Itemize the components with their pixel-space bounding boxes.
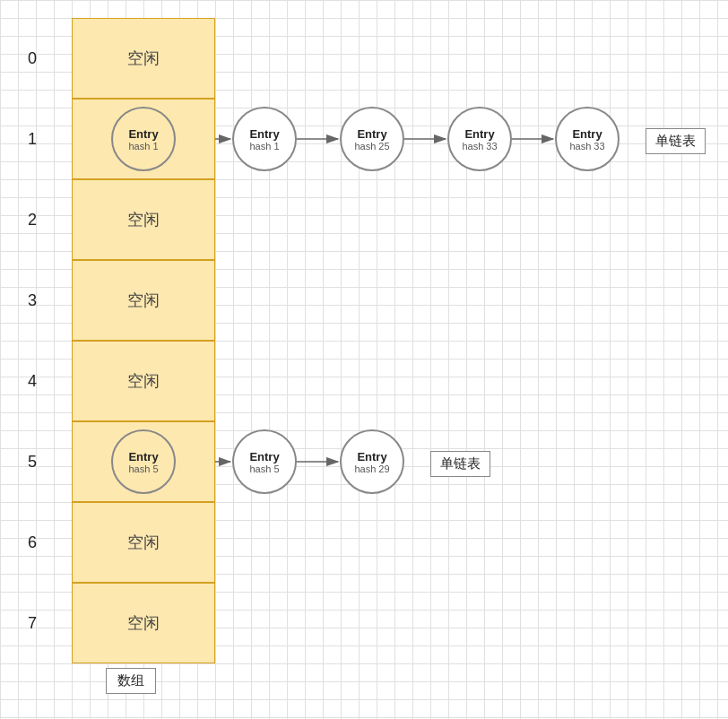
- row-index-0: 0: [28, 49, 37, 68]
- array-cell-7: 7 空闲: [72, 583, 215, 663]
- chain1-node4-hash: hash 33: [569, 141, 604, 152]
- array-cell-1: 1 Entry hash 1: [72, 99, 215, 179]
- array-entry-circle-5: Entry hash 5: [111, 429, 176, 494]
- chain1-node1-entry: Entry: [249, 127, 279, 141]
- row-index-7: 7: [28, 614, 37, 633]
- array-label: 数组: [106, 668, 156, 694]
- chain2-node-2: Entry hash 29: [340, 429, 404, 494]
- array-cell-2: 2 空闲: [72, 179, 215, 260]
- chain2-node2-entry: Entry: [357, 450, 386, 463]
- cell-label-7: 空闲: [127, 612, 160, 634]
- chain1-label: 单链表: [646, 128, 706, 154]
- row-index-4: 4: [28, 372, 37, 391]
- chain1-node-2: Entry hash 25: [340, 107, 404, 171]
- chain2-node1-entry: Entry: [249, 450, 279, 463]
- cell-label-2: 空闲: [127, 209, 160, 230]
- chain2-node1-hash: hash 5: [249, 463, 279, 474]
- row-index-5: 5: [28, 453, 37, 472]
- chain2-label: 单链表: [430, 451, 490, 477]
- cell-label-6: 空闲: [127, 532, 160, 553]
- array-entry-label-1: Entry: [128, 127, 158, 141]
- chain1-node3-entry: Entry: [464, 127, 494, 141]
- array-entry-circle-1: Entry hash 1: [111, 107, 176, 171]
- cell-label-0: 空闲: [127, 48, 160, 69]
- array-hash-label-1: hash 1: [128, 141, 158, 152]
- chain1-node-3: Entry hash 33: [447, 107, 512, 171]
- row-index-2: 2: [28, 211, 37, 230]
- chain1-node4-entry: Entry: [572, 127, 602, 141]
- row-index-3: 3: [28, 291, 37, 310]
- array-cell-5: 5 Entry hash 5: [72, 421, 215, 502]
- chain1-node1-hash: hash 1: [249, 141, 279, 152]
- main-container: 0 空闲 1 Entry hash 1 2 空闲 3 空闲 4 空闲 5: [0, 0, 728, 719]
- array-cell-6: 6 空闲: [72, 502, 215, 583]
- chain1-node2-hash: hash 25: [354, 141, 389, 152]
- chain2-node-1: Entry hash 5: [232, 429, 297, 494]
- cell-label-3: 空闲: [127, 290, 160, 311]
- row-index-1: 1: [28, 130, 37, 149]
- array-hash-label-5: hash 5: [128, 463, 158, 474]
- array-cell-4: 4 空闲: [72, 341, 215, 421]
- array-cell-0: 0 空闲: [72, 18, 215, 99]
- array-cell-3: 3 空闲: [72, 260, 215, 341]
- row-index-6: 6: [28, 533, 37, 552]
- chain1-node2-entry: Entry: [357, 127, 386, 141]
- array-entry-label-5: Entry: [128, 450, 158, 463]
- chain1-node3-hash: hash 33: [462, 141, 497, 152]
- array-column: 0 空闲 1 Entry hash 1 2 空闲 3 空闲 4 空闲 5: [72, 18, 215, 663]
- chain1-node-4: Entry hash 33: [555, 107, 620, 171]
- chain2-node2-hash: hash 29: [354, 463, 389, 474]
- cell-label-4: 空闲: [127, 370, 160, 392]
- chain1-node-1: Entry hash 1: [232, 107, 297, 171]
